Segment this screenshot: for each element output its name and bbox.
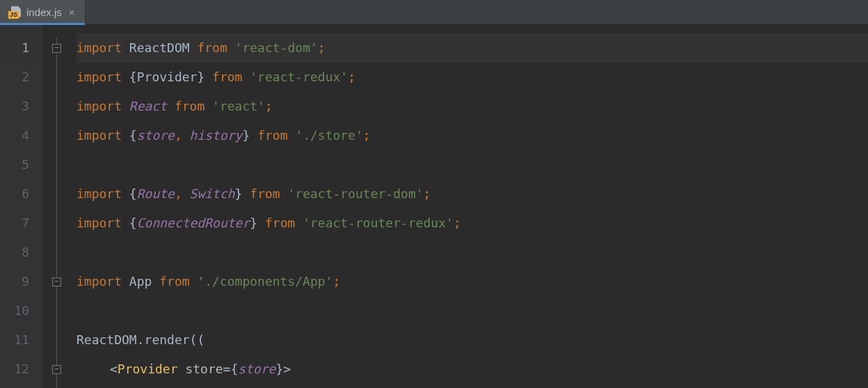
code-line[interactable]: import {ConnectedRouter} from 'react-rou… — [77, 209, 868, 238]
code-line[interactable]: ReactDOM.render(( — [77, 325, 868, 355]
code-editor[interactable]: 123456789101112 import ReactDOM from 're… — [0, 25, 868, 388]
line-number: 5 — [0, 150, 42, 179]
tab-index-js[interactable]: JS index.js × — [0, 0, 86, 24]
code-area[interactable]: import ReactDOM from 'react-dom';import … — [71, 25, 868, 388]
code-line[interactable]: <Provider store={store}> — [77, 355, 868, 384]
code-line[interactable]: import App from './components/App'; — [77, 267, 868, 296]
fold-toggle-icon[interactable] — [52, 365, 61, 374]
tab-bar: JS index.js × — [0, 0, 868, 25]
code-line[interactable]: import {store, history} from './store'; — [77, 121, 868, 150]
line-number: 6 — [0, 179, 42, 209]
code-line[interactable]: import {Route, Switch} from 'react-route… — [77, 179, 868, 209]
line-number: 2 — [0, 63, 42, 92]
line-number: 7 — [0, 209, 42, 238]
line-number-gutter: 123456789101112 — [0, 25, 42, 388]
code-line[interactable] — [77, 150, 868, 179]
code-line[interactable]: import ReactDOM from 'react-dom'; — [77, 33, 868, 63]
line-number: 12 — [0, 355, 42, 384]
js-file-icon: JS — [8, 6, 21, 19]
fold-column — [42, 25, 71, 388]
fold-toggle-icon[interactable] — [52, 44, 61, 53]
close-icon[interactable]: × — [67, 5, 77, 19]
line-number: 10 — [0, 296, 42, 325]
tab-title: index.js — [26, 6, 62, 18]
line-number: 11 — [0, 325, 42, 355]
code-line[interactable]: import React from 'react'; — [77, 92, 868, 121]
line-number: 9 — [0, 267, 42, 296]
code-line[interactable] — [77, 238, 868, 267]
line-number: 3 — [0, 92, 42, 121]
code-line[interactable]: import {Provider} from 'react-redux'; — [77, 63, 868, 92]
fold-toggle-icon[interactable] — [52, 277, 61, 286]
line-number: 1 — [0, 33, 42, 63]
line-number: 4 — [0, 121, 42, 150]
code-line[interactable] — [77, 296, 868, 325]
line-number: 8 — [0, 238, 42, 267]
